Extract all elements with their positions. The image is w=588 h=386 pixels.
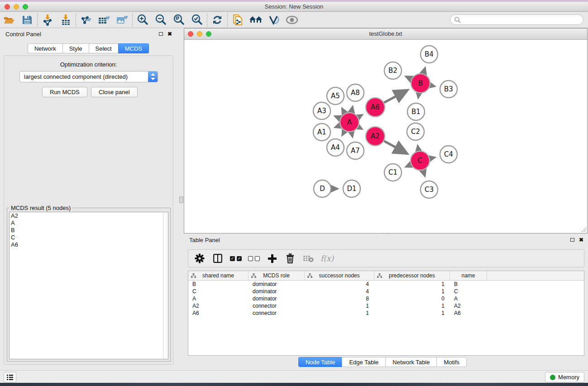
zoom-fit-icon[interactable] (170, 13, 188, 27)
mcds-result-item[interactable]: A (10, 219, 168, 227)
save-session-icon[interactable] (18, 13, 36, 27)
node-A4[interactable]: A4 (327, 139, 344, 156)
edge-C-C2[interactable] (418, 146, 419, 151)
edge-A-A2[interactable] (358, 127, 362, 129)
table-cell[interactable]: 1 (374, 281, 450, 288)
show-columns-icon[interactable] (212, 253, 224, 264)
edge-A-A4[interactable] (342, 131, 344, 135)
tab-network[interactable]: Network (28, 43, 62, 53)
import-table-icon[interactable] (57, 13, 75, 27)
node-B2[interactable]: B2 (384, 62, 402, 79)
table-cell[interactable]: B (450, 281, 487, 288)
float-panel-icon[interactable] (159, 32, 163, 36)
table-cell[interactable]: 0 (374, 295, 450, 302)
export-table-icon[interactable] (95, 13, 113, 27)
node-A8[interactable]: A8 (347, 84, 364, 101)
tab-style[interactable]: Style (62, 43, 89, 53)
table-row[interactable]: A6connector11A6 (188, 310, 584, 317)
node-D[interactable]: D (314, 180, 331, 197)
node-C1[interactable]: C1 (384, 164, 402, 181)
close-network-button[interactable] (188, 31, 193, 37)
edge-A-A6[interactable] (358, 115, 362, 117)
table-cell[interactable]: 1 (374, 302, 450, 310)
search-input[interactable] (461, 16, 574, 23)
tab-mcds[interactable]: MCDS (118, 43, 149, 53)
table-row[interactable]: A2connector11A2 (188, 302, 584, 310)
node-A2[interactable]: A2 (366, 127, 385, 146)
unselect-all-columns-icon[interactable] (248, 256, 260, 261)
window-resize-gripper[interactable] (580, 226, 587, 233)
edge-C-C3[interactable] (423, 170, 425, 176)
edge-A-A7[interactable] (351, 132, 352, 137)
vertical-splitter-handle[interactable] (179, 196, 183, 203)
tab-select[interactable]: Select (89, 43, 118, 53)
delete-column-trash-icon[interactable] (284, 253, 296, 264)
search-box[interactable] (450, 14, 583, 25)
node-C3[interactable]: C3 (421, 181, 438, 198)
mcds-result-item[interactable]: A2 (10, 212, 168, 219)
table-settings-gear-icon[interactable] (194, 253, 206, 264)
table-cell[interactable]: dominator (249, 295, 305, 302)
table-cell[interactable]: A (450, 295, 487, 302)
table-cell[interactable]: 4 (305, 281, 374, 288)
table-cell[interactable]: 4 (305, 288, 374, 295)
hide-annotations-icon[interactable] (265, 13, 283, 27)
network-window-titlebar[interactable]: testGlobe.txt (184, 29, 587, 40)
node-A1[interactable]: A1 (313, 124, 330, 141)
maximize-window-button[interactable] (23, 4, 28, 10)
criterion-dropdown[interactable]: largest connected component (directed) (19, 71, 158, 82)
table-cell[interactable]: 1 (374, 310, 450, 317)
function-builder-icon[interactable]: f(x) (320, 254, 334, 263)
table-cell[interactable]: A (188, 295, 249, 302)
create-column-icon[interactable] (266, 253, 278, 264)
table-cell[interactable]: A6 (188, 310, 249, 317)
import-network-icon[interactable] (38, 13, 57, 27)
maximize-network-button[interactable] (206, 31, 211, 37)
node-B4[interactable]: B4 (421, 46, 438, 63)
table-cell[interactable]: 8 (305, 295, 374, 302)
select-all-columns-icon[interactable]: ✓ ✓ (230, 256, 242, 261)
table-cell[interactable]: 1 (305, 310, 374, 317)
table-row[interactable]: Adominator80A (188, 295, 584, 302)
mcds-result-item[interactable]: C (10, 234, 168, 241)
show-graphics-details-icon[interactable] (283, 13, 301, 27)
column-header-name[interactable]: name (450, 271, 487, 280)
zoom-in-icon[interactable] (134, 13, 152, 27)
table-cell[interactable]: connector (249, 302, 305, 310)
table-cell[interactable]: A2 (450, 302, 487, 310)
table-cell[interactable]: A2 (188, 302, 249, 310)
minimize-window-button[interactable] (14, 4, 19, 10)
edge-C-C1[interactable] (406, 165, 411, 167)
close-panel-icon[interactable]: ✖ (167, 31, 172, 37)
table-cell[interactable]: C (188, 288, 249, 295)
node-A7[interactable]: A7 (347, 142, 364, 159)
edge-B-B1[interactable] (418, 93, 419, 98)
task-history-button[interactable] (4, 372, 16, 382)
table-cell[interactable]: dominator (249, 288, 305, 295)
node-A[interactable]: A (340, 113, 359, 132)
mcds-result-item[interactable]: A6 (10, 241, 168, 248)
open-session-icon[interactable] (0, 13, 18, 27)
edge-A2-C[interactable] (384, 141, 406, 153)
node-C[interactable]: C (411, 151, 430, 170)
close-window-button[interactable] (5, 4, 10, 10)
node-C2[interactable]: C2 (407, 123, 424, 140)
export-network-icon[interactable] (77, 13, 95, 27)
node-B1[interactable]: B1 (407, 103, 425, 120)
minimize-network-button[interactable] (197, 31, 202, 37)
node-B[interactable]: B (411, 74, 430, 93)
node-A6[interactable]: A6 (366, 98, 385, 117)
edge-A6-B[interactable] (384, 91, 407, 103)
column-header-MCDS-role[interactable]: MCDS role (249, 271, 305, 280)
table-row[interactable]: Bdominator41B (188, 281, 584, 288)
column-header-predecessor-nodes[interactable]: predecessor nodes (374, 271, 450, 280)
node-B3[interactable]: B3 (440, 81, 457, 98)
node-A5[interactable]: A5 (327, 87, 344, 105)
edge-A-A3[interactable] (335, 116, 340, 119)
network-canvas[interactable]: AA1A2A3A4A5A6A7A8BB1B2B3B4CC1C2C3C4DD1 (184, 40, 587, 233)
table-cell[interactable]: A6 (450, 310, 487, 317)
edge-A-A5[interactable] (342, 109, 345, 113)
tab-edge-table[interactable]: Edge Table (342, 357, 385, 367)
close-table-panel-icon[interactable]: ✖ (579, 237, 583, 243)
mcds-result-item[interactable]: B (10, 227, 168, 234)
